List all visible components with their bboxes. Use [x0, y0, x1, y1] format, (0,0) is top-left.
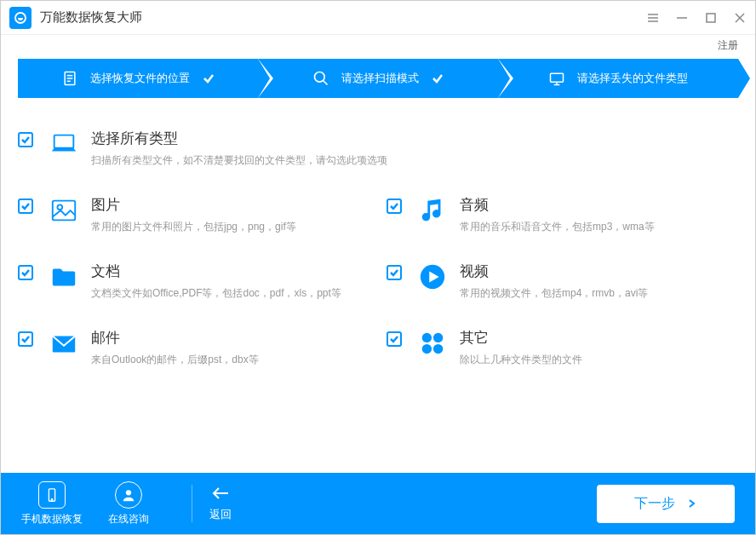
titlebar: 万能数据恢复大师 [1, 1, 755, 35]
step-label: 请选择丢失的文件类型 [577, 71, 688, 86]
back-button[interactable]: 返回 [209, 485, 232, 522]
type-other[interactable]: 其它 除以上几种文件类型的文件 [387, 328, 738, 367]
svg-rect-14 [551, 73, 564, 82]
app-icon [9, 7, 32, 29]
minimize-icon[interactable] [675, 11, 689, 25]
menu-icon[interactable] [646, 11, 660, 25]
check-icon [431, 72, 444, 85]
step-file-type[interactable]: 请选择丢失的文件类型 [498, 59, 738, 98]
type-title: 音频 [460, 195, 655, 215]
svg-point-12 [314, 72, 324, 83]
type-doc[interactable]: 文档 文档类文件如Office,PDF等，包括doc，pdf，xls，ppt等 [18, 262, 369, 301]
checkbox[interactable] [387, 265, 402, 280]
laptop-icon [49, 129, 79, 159]
register-link[interactable]: 注册 [718, 38, 738, 53]
checkbox[interactable] [387, 331, 402, 347]
play-icon [417, 262, 448, 292]
monitor-icon [548, 70, 565, 87]
foot-label: 在线咨询 [108, 512, 149, 526]
image-icon [49, 195, 79, 226]
svg-point-26 [433, 344, 443, 354]
type-desc: 常用的音乐和语音文件，包括mp3，wma等 [460, 220, 655, 234]
consult-button[interactable]: 在线咨询 [108, 481, 149, 526]
check-icon [202, 72, 215, 85]
close-icon[interactable] [733, 11, 747, 25]
svg-line-13 [323, 81, 327, 85]
type-audio[interactable]: 音频 常用的音乐和语音文件，包括mp3，wma等 [387, 195, 738, 234]
type-desc: 来自Outlook的邮件，后缀pst，dbx等 [91, 353, 259, 367]
type-desc: 文档类文件如Office,PDF等，包括doc，pdf，xls，ppt等 [91, 286, 341, 301]
search-icon [312, 70, 329, 87]
svg-point-29 [126, 490, 131, 495]
type-title: 视频 [460, 262, 648, 281]
app-title: 万能数据恢复大师 [40, 9, 646, 26]
maximize-icon[interactable] [704, 11, 718, 25]
next-button[interactable]: 下一步 [597, 485, 735, 523]
subbar: 注册 [1, 35, 755, 55]
arrow-left-icon [211, 485, 230, 502]
music-icon [417, 195, 448, 226]
svg-point-28 [51, 498, 52, 499]
folder-icon [49, 262, 79, 292]
type-all[interactable]: 选择所有类型 扫描所有类型文件，如不清楚要找回的文件类型，请勾选此项选项 [18, 129, 738, 168]
checkbox[interactable] [18, 198, 33, 214]
svg-point-24 [433, 333, 443, 342]
svg-rect-5 [707, 14, 715, 22]
mail-icon [49, 328, 79, 359]
svg-rect-18 [53, 201, 75, 221]
document-icon [61, 70, 78, 87]
chevron-right-icon [687, 498, 697, 509]
type-mail[interactable]: 邮件 来自Outlook的邮件，后缀pst，dbx等 [18, 328, 369, 367]
type-title: 文档 [91, 262, 341, 281]
type-title: 其它 [460, 328, 582, 348]
step-label: 选择恢复文件的位置 [90, 71, 190, 86]
person-icon [115, 481, 142, 509]
type-video[interactable]: 视频 常用的视频文件，包括mp4，rmvb，avi等 [387, 262, 738, 301]
type-desc: 除以上几种文件类型的文件 [460, 353, 582, 367]
svg-point-23 [422, 333, 432, 342]
step-scan-mode[interactable]: 请选择扫描模式 [258, 59, 498, 98]
phone-recovery-button[interactable]: 手机数据恢复 [21, 481, 83, 526]
back-label: 返回 [209, 507, 232, 522]
checkbox[interactable] [18, 132, 33, 147]
type-title: 图片 [91, 195, 296, 215]
type-desc: 扫描所有类型文件，如不清楚要找回的文件类型，请勾选此项选项 [91, 153, 387, 168]
type-title: 选择所有类型 [91, 129, 387, 148]
checkbox[interactable] [18, 331, 33, 347]
grid-icon [417, 328, 448, 359]
type-desc: 常用的图片文件和照片，包括jpg，png，gif等 [91, 220, 296, 234]
checkbox[interactable] [18, 265, 33, 280]
step-label: 请选择扫描模式 [341, 71, 419, 86]
phone-icon [38, 481, 66, 509]
type-image[interactable]: 图片 常用的图片文件和照片，包括jpg，png，gif等 [18, 195, 369, 234]
foot-label: 手机数据恢复 [21, 512, 83, 526]
footer: 手机数据恢复 在线咨询 返回 下一步 [1, 473, 755, 534]
next-label: 下一步 [634, 495, 675, 513]
svg-point-25 [422, 344, 432, 354]
svg-rect-17 [54, 135, 74, 148]
stepper: 选择恢复文件的位置 请选择扫描模式 请选择丢失的文件类型 [18, 59, 738, 98]
step-location[interactable]: 选择恢复文件的位置 [18, 59, 258, 98]
type-desc: 常用的视频文件，包括mp4，rmvb，avi等 [460, 286, 648, 301]
checkbox[interactable] [387, 198, 402, 214]
divider [192, 485, 192, 522]
type-title: 邮件 [91, 328, 259, 348]
svg-point-19 [57, 204, 62, 210]
